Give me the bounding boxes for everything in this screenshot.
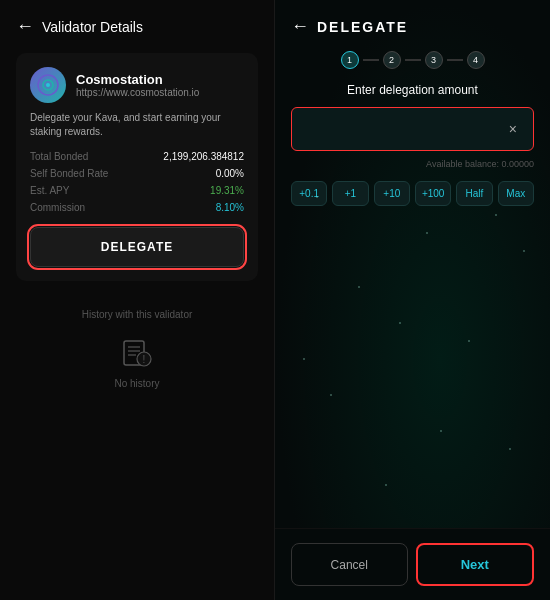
starfield-background (275, 160, 550, 520)
left-back-arrow[interactable]: ← (16, 16, 34, 37)
validator-logo (30, 67, 66, 103)
svg-text:!: ! (143, 354, 146, 365)
quick-btn-half[interactable]: Half (456, 181, 492, 206)
step-4: 4 (467, 51, 485, 69)
stat-value-total-bonded: 2,199,206.384812 (163, 151, 244, 162)
left-panel: ← Validator Details Cosmostation https:/… (0, 0, 275, 600)
quick-btn-0[interactable]: +0.1 (291, 181, 327, 206)
step-1: 1 (341, 51, 359, 69)
stat-row-apy: Est. APY 19.31% (30, 185, 244, 196)
delegate-button[interactable]: DELEGATE (30, 227, 244, 267)
stat-row-self-bonded: Self Bonded Rate 0.00% (30, 168, 244, 179)
step-line-3 (447, 59, 463, 61)
quick-btn-2[interactable]: +10 (374, 181, 410, 206)
left-panel-title: Validator Details (42, 19, 143, 35)
step-line-2 (405, 59, 421, 61)
stat-label-self-bonded: Self Bonded Rate (30, 168, 108, 179)
bottom-buttons: Cancel Next (275, 528, 550, 600)
history-icon: ! (117, 332, 157, 372)
enter-delegation-label: Enter delegation amount (291, 83, 534, 97)
quick-amount-buttons: +0.1 +1 +10 +100 Half Max (291, 181, 534, 206)
history-text: No history (114, 378, 159, 389)
cancel-button[interactable]: Cancel (291, 543, 408, 586)
right-header: ← DELEGATE (291, 16, 534, 37)
history-section: History with this validator ! No history (16, 309, 258, 389)
available-balance: Available balance: 0.00000 (291, 159, 534, 169)
step-line-1 (363, 59, 379, 61)
stat-row-commission: Commission 8.10% (30, 202, 244, 213)
validator-info: Cosmostation https://www.cosmostation.io (76, 72, 199, 98)
stat-row-total-bonded: Total Bonded 2,199,206.384812 (30, 151, 244, 162)
quick-btn-3[interactable]: +100 (415, 181, 451, 206)
right-panel: ← DELEGATE 1 2 3 4 Enter delegation amou… (275, 0, 550, 600)
cosmostation-icon (36, 73, 60, 97)
clear-input-button[interactable]: × (505, 119, 521, 139)
history-icon-wrap: ! No history (16, 332, 258, 389)
no-history-icon: ! (118, 333, 156, 371)
svg-point-2 (46, 83, 50, 87)
validator-name: Cosmostation (76, 72, 199, 87)
stat-value-commission: 8.10% (216, 202, 244, 213)
validator-url: https://www.cosmostation.io (76, 87, 199, 98)
step-2: 2 (383, 51, 401, 69)
history-label: History with this validator (16, 309, 258, 320)
step-3: 3 (425, 51, 443, 69)
stat-value-apy: 19.31% (210, 185, 244, 196)
stat-label-total-bonded: Total Bonded (30, 151, 88, 162)
right-back-arrow[interactable]: ← (291, 16, 309, 37)
validator-card: Cosmostation https://www.cosmostation.io… (16, 53, 258, 281)
stat-label-apy: Est. APY (30, 185, 69, 196)
left-back-header: ← Validator Details (16, 16, 258, 37)
right-title: DELEGATE (317, 19, 408, 35)
stats-grid: Total Bonded 2,199,206.384812 Self Bonde… (30, 151, 244, 213)
stat-label-commission: Commission (30, 202, 85, 213)
validator-header: Cosmostation https://www.cosmostation.io (30, 67, 244, 103)
validator-description: Delegate your Kava, and start earning yo… (30, 111, 244, 139)
quick-btn-1[interactable]: +1 (332, 181, 368, 206)
stat-value-self-bonded: 0.00% (216, 168, 244, 179)
step-indicator: 1 2 3 4 (291, 51, 534, 69)
amount-input-wrap[interactable]: × (291, 107, 534, 151)
quick-btn-max[interactable]: Max (498, 181, 534, 206)
next-button[interactable]: Next (416, 543, 535, 586)
